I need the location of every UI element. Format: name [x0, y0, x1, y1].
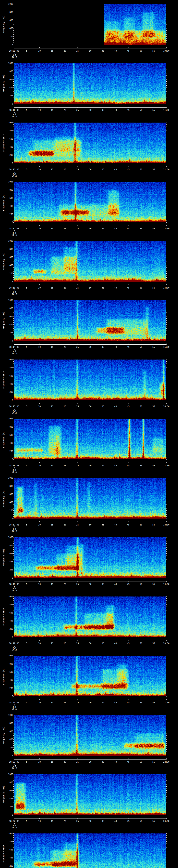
x-tick-label: 15	[49, 524, 56, 526]
date-line-label: 2016	[7, 293, 21, 295]
y-tick-label: 0	[5, 399, 13, 401]
y-tick-label: 400	[5, 146, 13, 148]
x-tick-label: 20	[61, 287, 68, 289]
x-tick-label: 35	[99, 109, 107, 111]
x-tick-label: 45	[125, 50, 132, 52]
y-tick-label: 800	[5, 663, 13, 665]
x-tick-label: 40	[112, 583, 119, 585]
y-tick-label: 800	[5, 722, 13, 724]
x-tick-label: 25	[74, 227, 81, 230]
x-tick-label: 10	[36, 524, 43, 526]
date-line-label: 2016	[7, 649, 21, 651]
spectrogram-panel: Frequency (Hz) 18:17:00 18:00 0200400600…	[0, 474, 178, 533]
x-tick-label: 45	[125, 583, 132, 585]
y-tick-label: 400	[5, 561, 13, 563]
y-tick-label: 200	[5, 95, 13, 97]
date-line-label: 2016	[7, 827, 21, 829]
x-start-time-label: 18:11:00	[4, 168, 25, 170]
y-tick-label: 1000	[5, 536, 13, 538]
x-start-time-label: 18:16:00	[4, 465, 25, 467]
spectrogram-image	[14, 300, 166, 341]
x-tick-label: 25	[74, 820, 81, 822]
y-tick-label: 1000	[5, 240, 13, 242]
y-tick-label: 800	[5, 248, 13, 250]
x-end-time-label: 11:00	[159, 109, 173, 111]
x-tick-label: 45	[125, 168, 132, 170]
x-tick-label: 15	[49, 465, 56, 467]
x-tick-label: 10	[36, 702, 43, 704]
x-tick-label: 35	[99, 761, 107, 763]
x-tick-label: 30	[87, 227, 94, 230]
y-tick-label: 0	[5, 518, 13, 520]
x-tick-label: 55	[150, 642, 157, 644]
y-tick-label: 0	[5, 636, 13, 638]
x-tick-label: 15	[49, 50, 56, 52]
x-tick-label: 50	[138, 346, 144, 348]
y-tick-label: 600	[5, 315, 13, 317]
y-tick-label: 200	[5, 806, 13, 808]
x-tick-label: 30	[87, 50, 94, 52]
y-tick-label: 200	[5, 35, 13, 37]
x-end-time-label: 13:00	[159, 227, 173, 230]
y-tick-label: 1000	[5, 418, 13, 420]
x-tick-label: 35	[99, 227, 107, 230]
x-tick-label: 25	[74, 405, 81, 407]
y-tick-label: 1000	[5, 714, 13, 716]
date-line-label: 2016	[7, 234, 21, 236]
x-tick-label: 15	[49, 168, 56, 170]
date-line-label: 2016	[7, 767, 21, 769]
x-tick-label: 40	[112, 702, 119, 704]
x-tick-label: 25	[74, 702, 81, 704]
y-tick-label: 1000	[5, 3, 13, 5]
x-end-time-label: 20:00	[159, 642, 173, 644]
spectrogram-image	[14, 537, 166, 578]
x-tick-label: 45	[125, 346, 132, 348]
x-tick-label: 30	[87, 465, 94, 467]
x-end-time-label: 23:00	[159, 820, 173, 822]
x-tick-label: 25	[74, 109, 81, 111]
y-tick-label: 600	[5, 138, 13, 140]
y-tick-label: 400	[5, 442, 13, 444]
x-tick-label: 35	[99, 583, 107, 585]
x-tick-label: 20	[61, 524, 68, 526]
y-tick-label: 1000	[5, 832, 13, 835]
y-tick-label: 1000	[5, 595, 13, 597]
x-tick-label: 5	[23, 109, 30, 111]
x-tick-label: 50	[138, 820, 144, 822]
x-tick-label: 5	[23, 583, 30, 585]
spectrogram-image	[14, 596, 166, 637]
x-tick-label: 5	[23, 524, 30, 526]
y-tick-label: 1000	[5, 359, 13, 361]
x-tick-label: 15	[49, 346, 56, 348]
x-tick-label: 50	[138, 583, 144, 585]
date-line-label: 2016	[7, 56, 21, 58]
spectrogram-image	[14, 478, 166, 519]
x-tick-label: 15	[49, 583, 56, 585]
x-start-time-label: 18:21:00	[4, 761, 25, 763]
x-tick-label: 15	[49, 287, 56, 289]
x-start-time-label: 18:15:00	[4, 405, 25, 407]
x-tick-label: 5	[23, 346, 30, 348]
x-tick-label: 30	[87, 642, 94, 644]
spectrogram-image	[14, 419, 166, 459]
x-tick-label: 5	[23, 761, 30, 763]
x-tick-label: 40	[112, 50, 119, 52]
x-tick-label: 50	[138, 405, 144, 407]
y-tick-label: 1000	[5, 299, 13, 301]
spectrogram-panel: Frequency (Hz) 18:10:00 11:00 0200400600…	[0, 59, 178, 118]
x-tick-label: 20	[61, 465, 68, 467]
x-tick-label: 55	[150, 227, 157, 230]
y-tick-label: 600	[5, 789, 13, 792]
y-tick-label: 400	[5, 679, 13, 681]
x-tick-label: 35	[99, 346, 107, 348]
x-tick-label: 10	[36, 50, 43, 52]
y-tick-label: 0	[5, 755, 13, 757]
y-tick-label: 800	[5, 485, 13, 487]
x-tick-label: 10	[36, 642, 43, 644]
x-tick-label: 55	[150, 583, 157, 585]
spectrogram-image	[14, 360, 166, 400]
x-tick-label: 20	[61, 227, 68, 230]
x-tick-label: 45	[125, 227, 132, 230]
y-tick-label: 200	[5, 332, 13, 334]
x-tick-label: 10	[36, 761, 43, 763]
